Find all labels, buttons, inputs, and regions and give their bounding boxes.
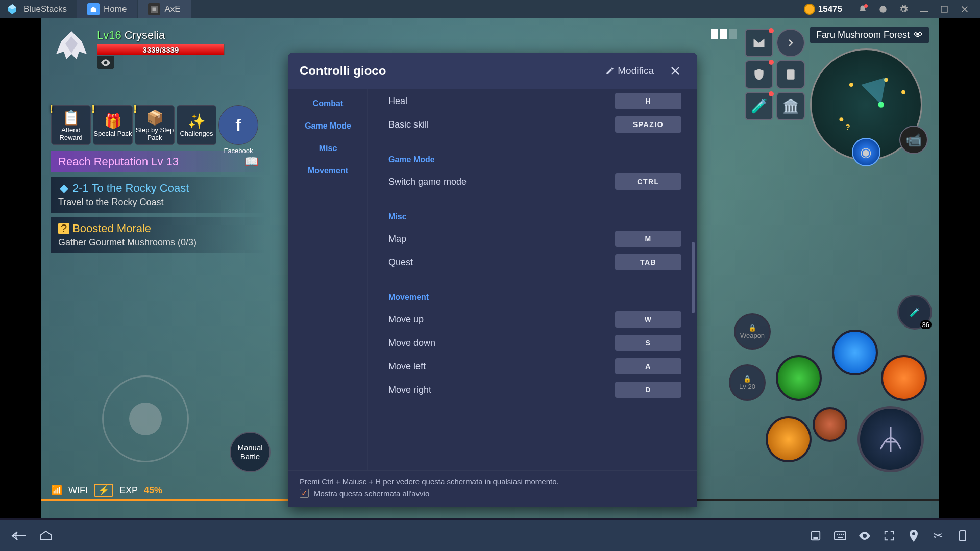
phone-icon[interactable]	[955, 529, 970, 543]
back-button[interactable]	[10, 530, 27, 542]
edit-button[interactable]: Modifica	[605, 65, 654, 77]
svg-rect-18	[838, 537, 843, 538]
svg-rect-12	[813, 537, 818, 539]
keybind-row: Quest TAB	[388, 254, 681, 270]
dialog-footer: Premi Ctrl + Maiusc + H per vedere quest…	[288, 470, 697, 507]
key-box[interactable]: A	[615, 358, 681, 374]
apps-icon[interactable]	[808, 529, 823, 543]
account-icon[interactable]	[877, 3, 889, 15]
key-box[interactable]: W	[615, 311, 681, 328]
hp-value: 3339/3339	[97, 44, 224, 55]
zone-name[interactable]: Faru Mushroom Forest 👁	[810, 27, 929, 43]
special-pack-button[interactable]: !🎁Special Pack	[93, 105, 133, 145]
svg-point-1	[879, 6, 887, 13]
skill-button-4[interactable]	[766, 416, 812, 462]
mail-icon[interactable]	[745, 29, 773, 57]
bluestacks-title: BlueStacks	[23, 4, 67, 14]
challenges-button[interactable]: ✨Challenges	[177, 105, 216, 145]
quest-item[interactable]: ◆2-1 To the Rocky Coast Travel to the Ro…	[51, 177, 265, 213]
tab-home[interactable]: Home	[77, 0, 137, 18]
key-box[interactable]: M	[615, 231, 681, 247]
scroll-icon[interactable]	[776, 60, 805, 89]
menu-label: Attend Reward	[52, 126, 90, 141]
close-icon	[670, 65, 681, 77]
signal-bars	[711, 29, 737, 57]
row-label: Heal	[388, 96, 615, 107]
player-name-row: Lv16Cryselia	[97, 29, 225, 42]
potion-shop-icon[interactable]: 🧪	[745, 92, 773, 120]
camera-icon[interactable]: 📹	[899, 126, 928, 154]
sidebar-item-gamemode[interactable]: Game Mode	[305, 121, 351, 131]
compass-icon[interactable]: ◉	[852, 138, 880, 166]
eye-icon[interactable]	[857, 529, 872, 543]
maximize-icon[interactable]	[938, 3, 950, 15]
skill-button-3[interactable]	[776, 355, 822, 401]
coin-balance[interactable]: 15475	[804, 4, 842, 15]
exp-value: 45%	[144, 485, 162, 496]
skill-button-2[interactable]	[832, 330, 878, 375]
visibility-toggle[interactable]	[97, 56, 114, 69]
key-box[interactable]: D	[615, 382, 681, 398]
quest-item[interactable]: ?Boosted Morale Gather Gourmet Mushrooms…	[51, 217, 265, 253]
dialog-content[interactable]: Heal H Basic skill SPAZIO Game Mode Swit…	[368, 89, 697, 470]
key-box[interactable]: TAB	[615, 254, 681, 270]
left-menu-buttons: !📋Attend Reward !🎁Special Pack !📦Step by…	[51, 105, 258, 145]
virtual-joystick[interactable]	[102, 375, 189, 462]
bank-icon[interactable]: 🏛️	[776, 92, 805, 120]
svg-rect-3	[941, 6, 947, 12]
keybind-row: Move left A	[388, 358, 681, 374]
shield-icon[interactable]	[745, 60, 773, 89]
skill-button-1[interactable]	[881, 355, 927, 401]
fullscreen-icon[interactable]	[882, 529, 896, 543]
battery-icon: ⚡	[94, 484, 113, 497]
collapse-icon[interactable]	[776, 29, 805, 57]
row-label: Move up	[388, 314, 615, 325]
step-pack-button[interactable]: !📦Step by Step Pack	[135, 105, 175, 145]
book-icon[interactable]: 📖	[244, 155, 258, 168]
minimap[interactable]: ? ◉ 📹	[810, 48, 922, 161]
keybind-row: Move up W	[388, 311, 681, 328]
key-box[interactable]: SPAZIO	[615, 116, 681, 133]
close-icon[interactable]	[959, 3, 971, 15]
keybind-row: Move right D	[388, 382, 681, 398]
scissors-icon[interactable]: ✂	[931, 529, 945, 543]
footer-hint: Premi Ctrl + Maiusc + H per vedere quest…	[300, 477, 685, 486]
skill-button-5[interactable]	[813, 407, 847, 442]
home-button[interactable]	[39, 530, 53, 542]
level-lock-slot[interactable]: 🔒Lv 20	[729, 364, 766, 401]
scrollbar-thumb[interactable]	[692, 242, 695, 313]
show-on-start-checkbox[interactable]: ✓	[300, 489, 309, 498]
location-icon[interactable]	[906, 529, 921, 543]
potion-slot[interactable]: 🧪36	[897, 295, 932, 330]
key-box[interactable]: S	[615, 335, 681, 351]
manual-battle-button[interactable]: Manual Battle	[230, 432, 271, 472]
game-icon	[148, 3, 160, 15]
dialog-title: Controlli gioco	[300, 64, 386, 78]
keyboard-icon[interactable]	[833, 529, 847, 543]
player-name: Cryselia	[125, 29, 165, 41]
wifi-label: WIFI	[68, 485, 88, 496]
manual-battle-label: Manual Battle	[231, 443, 270, 461]
game-viewport: Lv16Cryselia 3339/3339 !📋Attend Reward !…	[0, 18, 980, 518]
weapon-lock-slot[interactable]: 🔒Weapon	[734, 313, 771, 350]
svg-rect-2	[920, 11, 928, 12]
sidebar-item-movement[interactable]: Movement	[308, 166, 348, 176]
minimize-icon[interactable]	[918, 3, 930, 15]
key-box[interactable]: H	[615, 93, 681, 109]
tab-axe[interactable]: AxE	[138, 0, 190, 18]
player-avatar[interactable]	[51, 29, 92, 69]
sidebar-item-misc[interactable]: Misc	[319, 144, 337, 153]
close-button[interactable]	[665, 61, 685, 81]
quest-desc: Travel to the Rocky Coast	[58, 197, 258, 208]
svg-point-17	[843, 534, 844, 535]
reputation-banner[interactable]: Reach Reputation Lv 13 📖	[51, 151, 265, 172]
bell-icon[interactable]	[856, 3, 869, 15]
attend-reward-button[interactable]: !📋Attend Reward	[51, 105, 91, 145]
quest-marker-icon: ◆	[58, 183, 69, 194]
key-box[interactable]: CTRL	[615, 173, 681, 190]
basic-attack-button[interactable]	[857, 406, 924, 472]
facebook-button[interactable]: fFacebook	[218, 105, 258, 145]
sidebar-item-combat[interactable]: Combat	[313, 99, 344, 108]
gear-icon[interactable]	[897, 3, 910, 15]
quest-marker-icon: ?	[58, 223, 69, 234]
